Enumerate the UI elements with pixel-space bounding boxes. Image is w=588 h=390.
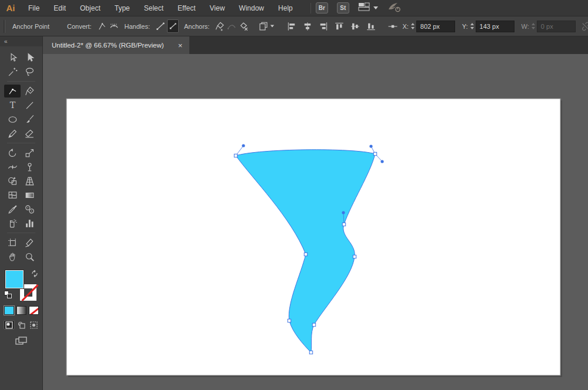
tools-panel: « T bbox=[0, 36, 43, 390]
menu-item-type[interactable]: Type bbox=[108, 0, 137, 16]
menu-item-view[interactable]: View bbox=[203, 0, 232, 16]
menu-item-window[interactable]: Window bbox=[232, 0, 271, 16]
x-label: X: bbox=[402, 23, 408, 30]
tool-group-divider bbox=[7, 233, 35, 233]
column-graph-tool[interactable] bbox=[21, 217, 38, 230]
color-type-row bbox=[0, 306, 42, 315]
anchor-point-square[interactable] bbox=[353, 255, 356, 258]
close-tab-icon[interactable]: × bbox=[178, 42, 183, 49]
y-stepper[interactable] bbox=[470, 23, 474, 29]
fill-swatch[interactable] bbox=[5, 270, 24, 288]
artboard-tool[interactable] bbox=[4, 236, 21, 249]
anchor-point-square[interactable] bbox=[373, 152, 376, 155]
x-input[interactable]: 802 px bbox=[416, 21, 455, 32]
anchor-point-square[interactable] bbox=[234, 154, 237, 157]
stock-button[interactable]: St bbox=[337, 2, 349, 14]
align-left-button[interactable] bbox=[284, 19, 299, 33]
anchor-point-square[interactable] bbox=[304, 253, 307, 255]
screen-mode-button[interactable] bbox=[15, 337, 27, 348]
gradient-button[interactable] bbox=[16, 306, 26, 315]
w-input: 0 px bbox=[537, 21, 576, 32]
anchor-point-square[interactable] bbox=[312, 323, 315, 326]
pen-tool[interactable] bbox=[21, 85, 38, 98]
bridge-button[interactable]: Br bbox=[316, 2, 328, 14]
puppet-warp-tool[interactable] bbox=[21, 160, 38, 173]
handles-label: Handles: bbox=[125, 23, 150, 30]
cut-path-button[interactable] bbox=[238, 19, 249, 33]
rotate-tool[interactable] bbox=[4, 146, 21, 159]
width-group: W: 0 px bbox=[522, 21, 576, 32]
lasso-tool[interactable] bbox=[21, 65, 38, 78]
connect-path-button[interactable] bbox=[226, 19, 237, 33]
bezier-handle-dot[interactable] bbox=[342, 211, 345, 214]
color-button[interactable] bbox=[4, 306, 14, 315]
y-label: Y: bbox=[462, 23, 468, 30]
mesh-tool[interactable] bbox=[4, 189, 21, 201]
menu-item-select[interactable]: Select bbox=[137, 0, 171, 16]
canvas-area[interactable] bbox=[43, 54, 588, 390]
add-anchor-pen-button[interactable] bbox=[215, 19, 225, 33]
convert-to-smooth-button[interactable] bbox=[109, 19, 119, 33]
align-h-center-button[interactable] bbox=[300, 19, 315, 33]
zoom-tool[interactable] bbox=[21, 250, 38, 263]
draw-inside-button[interactable] bbox=[28, 320, 39, 330]
blend-tool[interactable] bbox=[21, 203, 38, 216]
align-top-button[interactable] bbox=[332, 19, 346, 33]
main-area: « T bbox=[0, 36, 588, 390]
line-segment-tool[interactable] bbox=[21, 99, 38, 112]
none-button[interactable] bbox=[29, 306, 39, 315]
sync-settings-icon[interactable] bbox=[387, 2, 400, 15]
x-stepper[interactable] bbox=[411, 23, 415, 29]
w-label: W: bbox=[522, 23, 529, 30]
tab-bar: Untitled-2* @ 66.67% (RGB/Preview) × bbox=[43, 36, 588, 54]
menu-item-object[interactable]: Object bbox=[73, 0, 108, 16]
magic-wand-tool[interactable] bbox=[4, 65, 21, 78]
canvas-scene[interactable] bbox=[43, 54, 588, 390]
slice-tool[interactable] bbox=[21, 236, 38, 249]
swap-fill-stroke-icon[interactable] bbox=[31, 269, 38, 280]
anchor-point-square[interactable] bbox=[288, 319, 290, 322]
pencil-tool[interactable] bbox=[4, 127, 21, 140]
bezier-handle-dot[interactable] bbox=[380, 160, 383, 163]
artboard-options-button[interactable] bbox=[258, 19, 275, 33]
ellipse-tool[interactable] bbox=[4, 113, 21, 126]
eraser-tool[interactable] bbox=[21, 127, 38, 140]
draw-behind-button[interactable] bbox=[16, 320, 27, 330]
direct-selection-tool[interactable] bbox=[4, 51, 21, 64]
perspective-grid-tool[interactable] bbox=[21, 174, 38, 187]
menu-item-effect[interactable]: Effect bbox=[171, 0, 202, 16]
align-bottom-button[interactable] bbox=[363, 19, 378, 33]
anchor-point-square[interactable] bbox=[309, 351, 312, 354]
convert-to-corner-button[interactable] bbox=[97, 19, 108, 33]
symbol-sprayer-tool[interactable] bbox=[4, 217, 21, 230]
menu-item-edit[interactable]: Edit bbox=[46, 0, 73, 16]
draw-normal-button[interactable] bbox=[4, 320, 15, 330]
default-fill-stroke-icon[interactable] bbox=[4, 291, 12, 298]
align-v-center-button[interactable] bbox=[348, 19, 362, 33]
y-input[interactable]: 143 px bbox=[476, 21, 514, 32]
bezier-handle-dot[interactable] bbox=[242, 144, 245, 147]
paintbrush-tool[interactable] bbox=[21, 113, 38, 126]
workspace-switcher-button[interactable] bbox=[358, 2, 378, 14]
eyedropper-tool[interactable] bbox=[4, 203, 21, 216]
collapse-panel-button[interactable]: « bbox=[0, 36, 42, 46]
scale-tool[interactable] bbox=[21, 146, 38, 159]
panel-grip[interactable] bbox=[4, 20, 5, 33]
hand-tool[interactable] bbox=[4, 250, 21, 263]
anchor-point-square[interactable] bbox=[342, 223, 345, 226]
show-handles-button[interactable] bbox=[155, 19, 166, 33]
type-tool[interactable]: T bbox=[4, 99, 21, 112]
document-tab[interactable]: Untitled-2* @ 66.67% (RGB/Preview) × bbox=[43, 36, 189, 54]
align-right-button[interactable] bbox=[316, 19, 330, 33]
bezier-handle-dot[interactable] bbox=[369, 144, 372, 147]
menu-item-help[interactable]: Help bbox=[271, 0, 300, 16]
shape-builder-tool[interactable] bbox=[4, 174, 21, 187]
tool-group-divider bbox=[7, 143, 35, 143]
x-position-group: X: 802 px bbox=[402, 21, 455, 32]
anchor-point-tool[interactable] bbox=[4, 85, 21, 98]
width-tool[interactable] bbox=[4, 160, 21, 173]
menu-item-file[interactable]: File bbox=[21, 0, 46, 16]
selection-tool[interactable] bbox=[21, 51, 38, 64]
hide-handles-button[interactable] bbox=[167, 19, 179, 33]
gradient-tool[interactable] bbox=[21, 189, 38, 201]
